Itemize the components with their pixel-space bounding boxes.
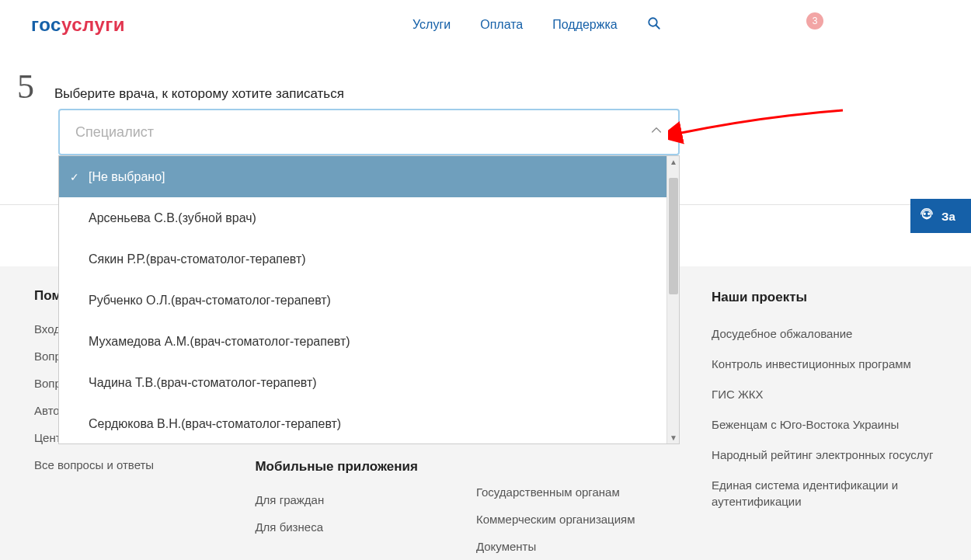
dropdown-option-label: [Не выбрано] bbox=[89, 170, 165, 184]
search-icon[interactable] bbox=[647, 16, 661, 34]
footer-link[interactable]: Все вопросы и ответы bbox=[34, 458, 208, 471]
dropdown-scrollbar[interactable]: ▲ ▼ bbox=[666, 156, 679, 443]
header: госуслуги Услуги Оплата Поддержка 3 bbox=[0, 0, 971, 43]
svg-point-4 bbox=[928, 213, 930, 214]
dropdown-placeholder: Специалист bbox=[75, 124, 154, 141]
notification-badge[interactable]: 3 bbox=[806, 12, 823, 30]
dropdown-option[interactable]: Рубченко О.Л.(врач-стоматолог-терапевт) bbox=[59, 280, 679, 321]
dropdown-option[interactable]: Арсеньева С.В.(зубной врач) bbox=[59, 197, 679, 238]
step-title: Выберите врача, к которому хотите записа… bbox=[54, 86, 344, 102]
annotation-arrow-icon bbox=[668, 101, 847, 148]
footer-link[interactable]: Единая система идентификации и аутентифи… bbox=[712, 477, 937, 510]
dropdown-list: ✓ [Не выбрано] Арсеньева С.В.(зубной вра… bbox=[58, 155, 680, 444]
dropdown-option-label: Чадина Т.В.(врач-стоматолог-терапевт) bbox=[89, 376, 317, 390]
footer-heading-projects: Наши проекты bbox=[712, 288, 937, 307]
dropdown-option-selected[interactable]: ✓ [Не выбрано] bbox=[59, 156, 679, 197]
step-row: 5 Выберите врача, к которому хотите запи… bbox=[0, 43, 971, 106]
check-icon: ✓ bbox=[70, 171, 79, 183]
footer-link[interactable]: ГИС ЖКХ bbox=[712, 386, 937, 402]
scroll-up-icon: ▲ bbox=[670, 158, 677, 166]
dropdown-option[interactable]: Сердюкова В.Н.(врач-стоматолог-терапевт) bbox=[59, 403, 679, 444]
footer-link[interactable]: Коммерческим организациям bbox=[476, 513, 665, 526]
dropdown-option[interactable]: Мухамедова А.М.(врач-стоматолог-терапевт… bbox=[59, 321, 679, 362]
dropdown-option-label: Арсеньева С.В.(зубной врач) bbox=[89, 211, 256, 225]
logo-part2: услуги bbox=[61, 14, 125, 35]
footer-link[interactable]: Досудебное обжалование bbox=[712, 325, 937, 342]
footer-link[interactable]: Беженцам с Юго-Востока Украины bbox=[712, 416, 937, 433]
specialist-dropdown: Специалист ✓ [Не выбрано] Арсеньева С.В.… bbox=[58, 109, 680, 444]
nav: Услуги Оплата Поддержка bbox=[412, 16, 661, 34]
footer-link[interactable]: Государственным органам bbox=[476, 485, 665, 499]
step-number: 5 bbox=[17, 67, 34, 106]
nav-link-payment[interactable]: Оплата bbox=[480, 18, 523, 32]
dropdown-option[interactable]: Сякин Р.Р.(врач-стоматолог-терапевт) bbox=[59, 238, 679, 280]
dropdown-option-label: Сякин Р.Р.(врач-стоматолог-терапевт) bbox=[89, 252, 306, 266]
dropdown-option-label: Рубченко О.Л.(врач-стоматолог-терапевт) bbox=[89, 294, 331, 308]
ask-question-tab[interactable]: За bbox=[910, 199, 971, 233]
headset-icon bbox=[918, 207, 935, 224]
footer-col-partners: Государственным органам Коммерческим орг… bbox=[476, 485, 665, 553]
footer-link[interactable]: Для граждан bbox=[255, 493, 429, 506]
chevron-up-icon bbox=[650, 124, 663, 141]
dropdown-option-label: Мухамедова А.М.(врач-стоматолог-терапевт… bbox=[89, 335, 350, 349]
footer-link[interactable]: Документы bbox=[476, 540, 665, 553]
dropdown-option-label: Сердюкова В.Н.(врач-стоматолог-терапевт) bbox=[89, 417, 341, 431]
dropdown-toggle[interactable]: Специалист bbox=[58, 109, 680, 155]
logo-part1: гос bbox=[31, 14, 61, 35]
footer-heading-mobile: Мобильные приложения bbox=[255, 459, 429, 475]
nav-link-services[interactable]: Услуги bbox=[412, 18, 451, 32]
footer-col-projects: Наши проекты Досудебное обжалование Конт… bbox=[712, 288, 937, 510]
footer-link[interactable]: Контроль инвестиционных программ bbox=[712, 356, 937, 372]
svg-line-1 bbox=[656, 25, 660, 29]
footer-link[interactable]: Для бизнеса bbox=[255, 520, 429, 534]
footer-link[interactable]: Народный рейтинг электронных госуслуг bbox=[712, 447, 937, 463]
scroll-thumb[interactable] bbox=[669, 178, 678, 294]
scroll-down-icon: ▼ bbox=[670, 433, 677, 442]
ask-tab-label: За bbox=[941, 210, 955, 223]
logo[interactable]: госуслуги bbox=[31, 14, 125, 36]
nav-link-support[interactable]: Поддержка bbox=[552, 18, 617, 32]
dropdown-option[interactable]: Чадина Т.В.(врач-стоматолог-терапевт) bbox=[59, 362, 679, 403]
svg-point-3 bbox=[924, 213, 925, 214]
footer-col-mobile: Мобильные приложения Для граждан Для биз… bbox=[255, 459, 429, 534]
